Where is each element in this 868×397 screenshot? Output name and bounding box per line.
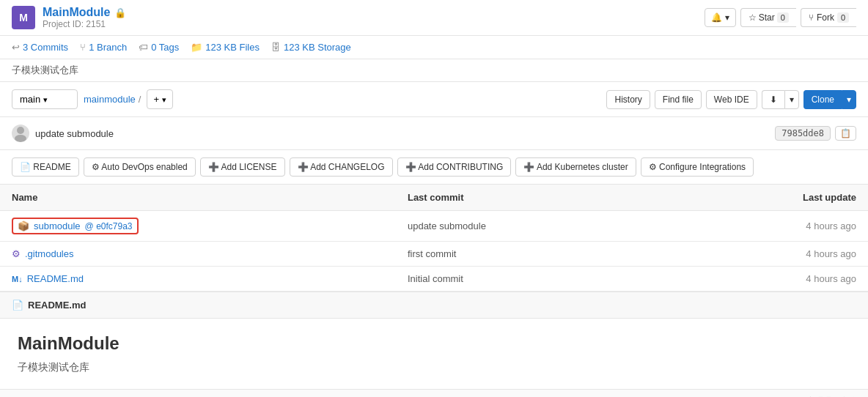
readme-header: 📄 README.md <box>0 292 868 319</box>
breadcrumb-separator: / <box>139 94 141 105</box>
fork-count: 0 <box>837 12 849 23</box>
fork-button-group: ⑂ Fork 0 <box>801 8 856 27</box>
project-name[interactable]: MainModule <box>43 6 110 19</box>
commits-label: 3 Commits <box>23 42 68 53</box>
notifications-button[interactable]: 🔔 ▾ <box>705 8 735 27</box>
table-row: ⚙.gitmodulesfirst commit4 hours ago <box>0 242 868 267</box>
star-label: Star <box>759 12 775 23</box>
file-time: 4 hours ago <box>665 211 868 242</box>
file-name-link[interactable]: submodule <box>34 220 81 231</box>
submodule-icon: 📦 <box>18 220 29 231</box>
files-stat[interactable]: 📁 123 KB Files <box>191 42 260 53</box>
commit-row: update submodule 7985dde8 📋 <box>0 117 868 150</box>
add-file-button[interactable]: + <box>147 89 173 109</box>
add-chevron-icon <box>162 94 166 105</box>
branch-icon: ⑂ <box>80 42 86 53</box>
clone-button-group: Clone ▾ <box>803 90 856 109</box>
files-icon: 📁 <box>191 42 202 53</box>
history-button[interactable]: History <box>606 90 650 109</box>
readme-body: MainModule 子模块测试仓库 <box>0 319 868 389</box>
file-time: 4 hours ago <box>665 242 868 267</box>
star-count: 0 <box>777 12 789 23</box>
project-title: MainModule 🔒 <box>43 6 126 19</box>
svg-point-1 <box>15 135 26 142</box>
action-btn-1[interactable]: ⚙ Auto DevOps enabled <box>84 157 196 177</box>
readme-filename: README.md <box>28 300 86 311</box>
fork-button[interactable]: ⑂ Fork 0 <box>801 8 856 27</box>
branch-label: 1 Branch <box>89 42 127 53</box>
branch-bar: main mainmodule / + History Find file We… <box>0 82 868 117</box>
star-button[interactable]: ☆ Star 0 <box>740 8 796 27</box>
commits-icon: ↩ <box>12 42 20 53</box>
tags-stat[interactable]: 🏷 0 Tags <box>139 42 179 53</box>
project-description: 子模块测试仓库 <box>0 59 868 82</box>
commits-stat[interactable]: ↩ 3 Commits <box>12 42 68 53</box>
clone-caret[interactable]: ▾ <box>842 90 856 109</box>
readme-file-icon: 📄 <box>12 300 23 311</box>
file-icon: ⚙ <box>12 248 21 259</box>
branch-selector[interactable]: main <box>12 89 78 109</box>
page-footer: CSDN @普通通程序猿 <box>0 389 868 397</box>
file-name-link[interactable]: README.md <box>27 273 84 284</box>
file-time: 4 hours ago <box>665 267 868 292</box>
action-btn-5[interactable]: ➕ Add Kubernetes cluster <box>515 157 636 177</box>
last-update-column-header: Last update <box>665 185 868 211</box>
storage-label: 123 KB Storage <box>284 42 351 53</box>
web-ide-button[interactable]: Web IDE <box>706 90 757 109</box>
markdown-icon: M↓ <box>12 275 23 283</box>
file-commit: first commit <box>396 242 665 267</box>
commit-avatar <box>12 125 29 142</box>
project-id: Project ID: 2151 <box>43 19 126 29</box>
star-button-group: ☆ Star 0 <box>740 8 796 27</box>
tags-label: 0 Tags <box>151 42 179 53</box>
stats-bar: ↩ 3 Commits ⑂ 1 Branch 🏷 0 Tags 📁 123 KB… <box>0 36 868 59</box>
action-btn-6[interactable]: ⚙ Configure Integrations <box>641 157 754 177</box>
branch-name: main <box>20 94 40 105</box>
download-button-group: ⬇ ▾ <box>762 90 799 109</box>
readme-title: MainModule <box>18 333 850 354</box>
action-btn-4[interactable]: ➕ Add CONTRIBUTING <box>397 157 512 177</box>
readme-section: 📄 README.md MainModule 子模块测试仓库 <box>0 292 868 389</box>
breadcrumb-path[interactable]: mainmodule <box>84 94 136 105</box>
file-commit: Initial commit <box>396 267 665 292</box>
page-header: M MainModule 🔒 Project ID: 2151 🔔 ▾ ☆ St… <box>0 0 868 36</box>
header-actions: 🔔 ▾ ☆ Star 0 ⑂ Fork 0 <box>705 8 856 27</box>
commit-hash-area: 7985dde8 📋 <box>775 126 856 141</box>
file-name-link[interactable]: .gitmodules <box>25 248 73 259</box>
tags-icon: 🏷 <box>139 42 148 53</box>
breadcrumb: mainmodule / <box>84 94 141 105</box>
storage-icon: 🗄 <box>271 42 281 53</box>
last-commit-column-header: Last commit <box>396 185 665 211</box>
action-btn-2[interactable]: ➕ Add LICENSE <box>200 157 285 177</box>
file-commit: update submodule <box>396 211 665 242</box>
branch-chevron-icon <box>43 94 48 105</box>
clone-button[interactable]: Clone <box>803 90 842 109</box>
commit-message[interactable]: update submodule <box>35 128 775 139</box>
action-btn-3[interactable]: ➕ Add CHANGELOG <box>290 157 393 177</box>
branch-actions: History Find file Web IDE ⬇ ▾ Clone ▾ <box>606 90 856 109</box>
readme-description: 子模块测试仓库 <box>18 361 850 374</box>
files-label: 123 KB Files <box>205 42 260 53</box>
svg-point-0 <box>17 127 24 134</box>
copy-hash-button[interactable]: 📋 <box>835 126 856 141</box>
commit-hash: 7985dde8 <box>775 126 831 141</box>
action-buttons-bar: 📄 README⚙ Auto DevOps enabled➕ Add LICEN… <box>0 150 868 185</box>
fork-icon: ⑂ <box>809 12 814 23</box>
table-row: 📦submodule@ e0fc79a3update submodule4 ho… <box>0 211 868 242</box>
storage-stat: 🗄 123 KB Storage <box>271 42 351 53</box>
file-table: Name Last commit Last update 📦submodule@… <box>0 185 868 292</box>
download-button[interactable]: ⬇ <box>762 90 784 109</box>
lock-icon: 🔒 <box>114 7 126 18</box>
project-avatar: M <box>12 6 35 29</box>
find-file-button[interactable]: Find file <box>655 90 702 109</box>
branch-stat[interactable]: ⑂ 1 Branch <box>80 42 127 53</box>
name-column-header: Name <box>0 185 396 211</box>
fork-label: Fork <box>817 12 834 23</box>
submodule-ref: @ e0fc79a3 <box>85 221 133 231</box>
table-row: M↓README.mdInitial commit4 hours ago <box>0 267 868 292</box>
star-icon: ☆ <box>749 12 757 23</box>
action-btn-0[interactable]: 📄 README <box>12 157 79 177</box>
download-caret[interactable]: ▾ <box>784 90 799 109</box>
plus-icon: + <box>153 94 159 105</box>
